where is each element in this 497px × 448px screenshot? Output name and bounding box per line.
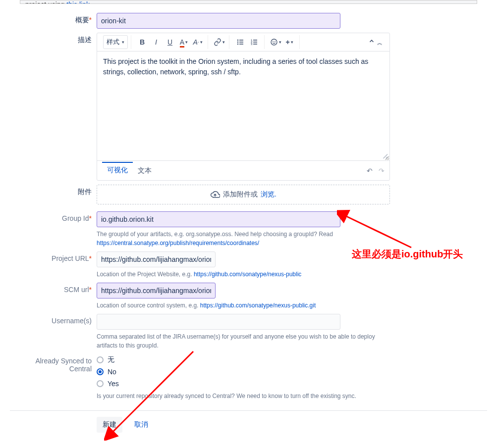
group-id-input[interactable] <box>97 211 340 227</box>
group-id-hint: The groupId of your artifacts, e.g. org.… <box>97 230 396 248</box>
project-url-hint: Location of the Project Website, e.g. ht… <box>97 270 396 279</box>
project-url-input[interactable] <box>97 251 216 267</box>
rich-text-editor: 样式▾ B I U A▾ A◦▾ <box>97 33 390 181</box>
svg-point-0 <box>237 40 239 41</box>
underline-button[interactable]: U <box>163 35 177 49</box>
radio-icon <box>97 356 104 363</box>
description-textarea[interactable]: This project is the toolkit in the Orion… <box>97 51 389 160</box>
notice-banner: project using this link. <box>20 0 477 4</box>
redo-button[interactable]: ↷ <box>379 167 385 175</box>
label-summary: 概要* <box>20 13 97 29</box>
radio-no[interactable]: No <box>97 366 396 378</box>
usernames-hint: Comma separated list of the JIRA usernam… <box>97 332 384 350</box>
editor-toolbar: 样式▾ B I U A▾ A◦▾ <box>97 33 389 51</box>
link-button[interactable]: ▾ <box>212 35 226 49</box>
style-dropdown[interactable]: 样式▾ <box>103 35 128 49</box>
collapse-toolbar-button[interactable]: ︽ <box>368 38 387 47</box>
scm-example-link[interactable]: https://github.com/sonatype/nexus-public… <box>200 302 316 309</box>
attachment-dropzone[interactable]: 添加附件或 浏览. <box>97 185 390 204</box>
svg-rect-5 <box>239 44 243 45</box>
undo-button[interactable]: ↶ <box>367 167 373 175</box>
svg-rect-3 <box>239 40 243 41</box>
ordered-list-button[interactable]: 123 <box>247 35 261 49</box>
svg-point-12 <box>271 39 277 45</box>
label-scm-url: SCM url* <box>20 283 97 310</box>
editor-footer: 可视化 文本 ↶ ↷ <box>97 160 389 180</box>
emoji-button[interactable]: ▾ <box>269 35 282 49</box>
synced-hint: Is your current repository already synce… <box>97 392 384 400</box>
svg-point-2 <box>237 44 239 45</box>
label-usernames: Username(s) <box>20 314 97 350</box>
usernames-input[interactable] <box>97 314 340 330</box>
group-id-help-link[interactable]: https://central.sonatype.org/publish/req… <box>97 240 259 247</box>
svg-point-13 <box>273 41 273 42</box>
svg-rect-4 <box>239 42 243 43</box>
svg-rect-10 <box>253 42 257 43</box>
radio-icon <box>97 368 104 375</box>
svg-point-14 <box>275 41 275 42</box>
text-color-button[interactable]: A▾ <box>177 35 191 49</box>
cloud-upload-icon <box>210 190 220 199</box>
clear-format-button[interactable]: A◦▾ <box>191 35 205 49</box>
radio-none[interactable]: 无 <box>97 354 396 366</box>
annotation-text: 这里必须是io.github开头 <box>352 248 463 261</box>
scm-url-hint: Location of source control system, e.g. … <box>97 301 396 310</box>
resize-handle[interactable] <box>382 152 387 158</box>
tab-text[interactable]: 文本 <box>133 162 157 179</box>
label-description: 描述 <box>20 33 97 181</box>
project-url-example-link[interactable]: https://github.com/sonatype/nexus-public <box>194 271 301 278</box>
attach-text: 添加附件或 <box>223 190 258 199</box>
italic-button[interactable]: I <box>149 35 163 49</box>
scm-url-input[interactable] <box>97 283 216 299</box>
bullet-list-button[interactable] <box>233 35 247 49</box>
label-attachment: 附件 <box>20 185 97 204</box>
create-button[interactable]: 新建 <box>97 417 122 433</box>
bold-button[interactable]: B <box>135 35 149 49</box>
radio-yes[interactable]: Yes <box>97 378 396 390</box>
label-group-id: Group Id* <box>20 211 97 248</box>
label-already-synced: Already Synced to Central <box>20 354 97 400</box>
notice-text: project using <box>25 0 64 4</box>
svg-point-1 <box>237 42 239 43</box>
cancel-button[interactable]: 取消 <box>128 417 154 433</box>
notice-link[interactable]: this link. <box>66 0 92 4</box>
label-project-url: Project URL* <box>20 251 97 279</box>
svg-text:3: 3 <box>251 43 253 46</box>
insert-more-button[interactable]: +▾ <box>282 35 296 49</box>
svg-rect-11 <box>253 44 257 45</box>
radio-icon <box>97 380 104 387</box>
tab-visual[interactable]: 可视化 <box>102 162 133 179</box>
summary-input[interactable] <box>97 13 340 29</box>
attach-browse-link[interactable]: 浏览. <box>261 190 276 199</box>
svg-rect-9 <box>253 40 257 41</box>
